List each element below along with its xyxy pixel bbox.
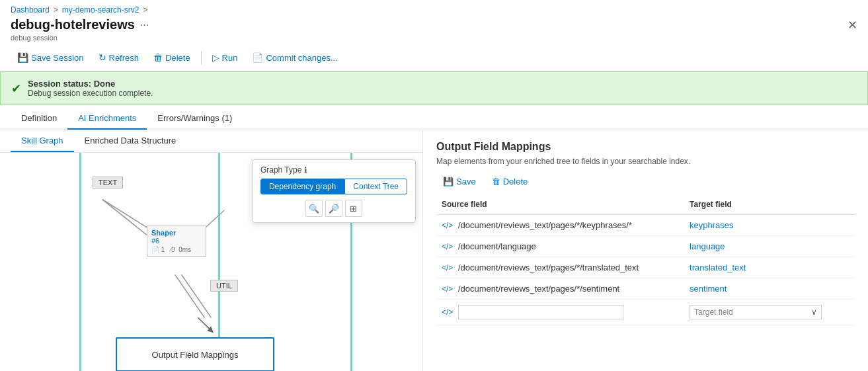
shaper-number: #6 (151, 237, 202, 245)
target-field-value: keyphrases (690, 220, 733, 230)
tab-errors-warnings[interactable]: Errors/Warnings (1) (147, 108, 243, 130)
tab-ai-enrichments[interactable]: AI Enrichments (67, 108, 147, 130)
new-target-cell: Target field ∨ (684, 300, 855, 325)
table-row[interactable]: </> /document/reviews_text/pages/*/keyph… (436, 215, 855, 236)
graph-type-info-icon[interactable]: ℹ (304, 165, 307, 175)
shaper-title: Shaper (151, 229, 202, 237)
source-field-value: /document/reviews_text/pages/*/translate… (458, 263, 639, 272)
graph-area: TEXT Shaper (0, 153, 422, 371)
breadcrumb-sep2: > (143, 5, 147, 15)
target-field-value: sentiment (690, 284, 727, 294)
toolbar: 💾 Save Session ↻ Refresh 🗑 Delete ▷ Run … (11, 47, 857, 71)
new-row: </> Target field ∨ (436, 300, 855, 325)
refresh-button[interactable]: ↻ Refresh (92, 50, 146, 65)
output-field-mappings-box[interactable]: Output Field Mappings (116, 337, 274, 371)
graph-type-buttons: Dependency graph Context Tree (260, 179, 407, 194)
status-text: Session status: Done Debug session execu… (28, 79, 153, 98)
svg-line-3 (175, 274, 205, 317)
status-subtitle: Debug session execution complete. (28, 89, 153, 98)
breadcrumb-dashboard[interactable]: Dashboard (11, 5, 50, 15)
ofm-delete-icon: 🗑 (492, 177, 500, 186)
col-target-header: Target field (684, 197, 855, 215)
ofm-title: Output Field Mappings (436, 141, 855, 153)
code-icon: </> (442, 284, 453, 294)
dependency-graph-button[interactable]: Dependency graph (260, 179, 344, 194)
sub-tabs: Skill Graph Enriched Data Structure (0, 130, 422, 153)
new-source-input[interactable] (458, 305, 623, 319)
svg-line-5 (198, 317, 212, 331)
commit-button[interactable]: 📄 Commit changes... (245, 50, 344, 65)
target-field-value: language (690, 241, 725, 251)
left-panel: Skill Graph Enriched Data Structure TEXT (0, 130, 423, 371)
breadcrumb: Dashboard > my-demo-search-srv2 > (11, 5, 857, 15)
source-field-value: /document/language (458, 241, 536, 251)
target-placeholder: Target field (694, 308, 733, 317)
zoom-out-button[interactable]: 🔎 (325, 200, 342, 217)
graph-type-label: Graph Type ℹ (260, 165, 407, 175)
breadcrumb-service[interactable]: my-demo-search-srv2 (62, 5, 139, 15)
delete-icon: 🗑 (153, 52, 163, 63)
page-title: debug-hotelreviews (11, 17, 135, 32)
page-subtitle: debug session (11, 34, 857, 42)
target-field-select[interactable]: Target field ∨ (690, 305, 822, 319)
tab-definition[interactable]: Definition (11, 108, 67, 130)
sub-tab-enriched-data[interactable]: Enriched Data Structure (74, 130, 187, 152)
col-source-header: Source field (436, 197, 684, 215)
ofm-description: Map elements from your enriched tree to … (436, 157, 855, 166)
target-field-cell: translated_text (684, 257, 855, 278)
refresh-icon: ↻ (99, 52, 106, 63)
graph-tools: 🔍 🔎 ⊞ (260, 200, 407, 217)
ofm-delete-button[interactable]: 🗑 Delete (485, 174, 535, 189)
commit-icon: 📄 (252, 52, 263, 63)
table-row[interactable]: </> /document/reviews_text/pages/*/senti… (436, 278, 855, 300)
more-options-icon[interactable]: ··· (140, 19, 149, 31)
breadcrumb-sep1: > (54, 5, 58, 15)
source-field-cell: </> /document/reviews_text/pages/*/senti… (436, 278, 684, 300)
top-bar: Dashboard > my-demo-search-srv2 > debug-… (0, 0, 868, 71)
shaper-time: ⏱ 0ms (170, 246, 191, 253)
status-bar: ✔ Session status: Done Debug session exe… (0, 71, 868, 105)
ofm-table: Source field Target field </> /document/… (436, 197, 855, 325)
title-row: debug-hotelreviews ··· ✕ (11, 17, 857, 32)
delete-button[interactable]: 🗑 Delete (147, 50, 197, 65)
close-button[interactable]: ✕ (848, 19, 857, 31)
status-check-icon: ✔ (11, 81, 21, 96)
main-tabs: Definition AI Enrichments Errors/Warning… (0, 108, 868, 130)
source-field-cell: </> /document/reviews_text/pages/*/trans… (436, 257, 684, 278)
shaper-meta: 📄 1 ⏱ 0ms (151, 246, 202, 253)
save-session-button[interactable]: 💾 Save Session (11, 50, 91, 65)
target-field-cell: keyphrases (684, 215, 855, 236)
new-source-cell: </> (436, 300, 684, 325)
select-caret-icon: ∨ (811, 308, 817, 317)
code-icon: </> (442, 242, 453, 251)
context-tree-button[interactable]: Context Tree (344, 179, 407, 194)
source-field-cell: </> /document/language (436, 236, 684, 257)
svg-line-4 (182, 274, 212, 317)
toolbar-separator (201, 51, 202, 64)
run-button[interactable]: ▷ Run (206, 50, 245, 65)
shaper-box[interactable]: Shaper #6 📄 1 ⏱ 0ms (147, 226, 206, 257)
target-field-cell: sentiment (684, 278, 855, 300)
run-icon: ▷ (212, 52, 219, 63)
ofm-save-button[interactable]: 💾 Save (436, 174, 483, 189)
new-code-icon: </> (442, 308, 453, 317)
status-title: Session status: Done (28, 79, 153, 89)
output-box-label: Output Field Mappings (152, 350, 239, 360)
zoom-in-button[interactable]: 🔍 (305, 200, 323, 217)
ofm-save-icon: 💾 (443, 177, 454, 186)
save-icon: 💾 (17, 52, 28, 63)
util-node: UTIL (210, 280, 238, 292)
fit-view-button[interactable]: ⊞ (345, 200, 362, 217)
source-field-cell: </> /document/reviews_text/pages/*/keyph… (436, 215, 684, 236)
code-icon: </> (442, 221, 453, 230)
table-row[interactable]: </> /document/language language (436, 236, 855, 257)
sub-tab-skill-graph[interactable]: Skill Graph (11, 130, 74, 152)
target-field-value: translated_text (690, 263, 746, 272)
table-row[interactable]: </> /document/reviews_text/pages/*/trans… (436, 257, 855, 278)
shaper-count: 📄 1 (151, 246, 165, 253)
right-panel: Output Field Mappings Map elements from … (423, 130, 868, 371)
target-field-cell: language (684, 236, 855, 257)
source-field-value: /document/reviews_text/pages/*/sentiment (458, 284, 619, 294)
source-field-value: /document/reviews_text/pages/*/keyphrase… (458, 220, 632, 230)
ofm-toolbar: 💾 Save 🗑 Delete (436, 174, 855, 189)
